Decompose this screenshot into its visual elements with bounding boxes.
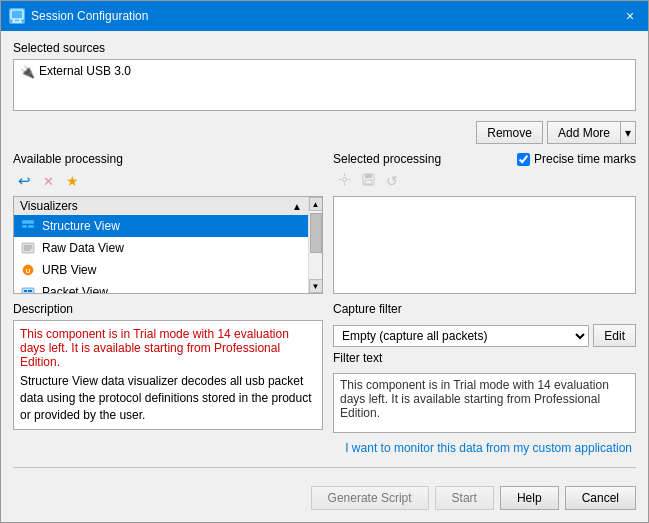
precise-time-marks-label: Precise time marks: [534, 152, 636, 166]
raw-data-view-icon: [20, 240, 36, 256]
cancel-button[interactable]: Cancel: [565, 486, 636, 510]
visualizers-list: Visualizers ▲ Structure V: [14, 197, 308, 293]
svg-rect-4: [22, 220, 34, 224]
footer-link-area: I want to monitor this data from my cust…: [13, 441, 636, 455]
svg-rect-14: [24, 290, 27, 292]
dialog-icon: [9, 8, 25, 24]
save-button[interactable]: [357, 170, 379, 192]
custom-app-link[interactable]: I want to monitor this data from my cust…: [345, 441, 632, 455]
close-button[interactable]: ×: [620, 6, 640, 26]
visualizers-list-container: Visualizers ▲ Structure V: [13, 196, 323, 294]
available-processing-panel: Available processing ↩ ✕ ★ Visual: [13, 152, 323, 294]
svg-text:U: U: [26, 268, 30, 274]
list-item[interactable]: Packet View: [14, 281, 308, 293]
selected-processing-list: [333, 196, 636, 294]
selected-processing-toolbar: ↺: [333, 170, 636, 192]
description-label: Description: [13, 302, 323, 316]
start-button[interactable]: Start: [435, 486, 494, 510]
filter-text-box: This component is in Trial mode with 14 …: [333, 373, 636, 433]
svg-rect-27: [365, 180, 372, 184]
refresh-button[interactable]: ↺: [381, 170, 403, 192]
sources-actions: Remove Add More ▾: [13, 121, 636, 144]
title-bar: Session Configuration ×: [1, 1, 648, 31]
selected-sources-section: Selected sources 🔌 External USB 3.0: [13, 41, 636, 111]
generate-script-button[interactable]: Generate Script: [311, 486, 429, 510]
capture-filter-row: Empty (capture all packets)Custom filter…: [333, 324, 636, 347]
chevron-down-icon: ▾: [625, 126, 631, 140]
svg-rect-15: [28, 290, 32, 292]
capture-filter-section: Capture filter Empty (capture all packet…: [333, 302, 636, 433]
filter-text-label: Filter text: [333, 351, 636, 365]
sources-box: 🔌 External USB 3.0: [13, 59, 636, 111]
available-processing-label: Available processing: [13, 152, 323, 166]
save-icon: [362, 173, 375, 189]
svg-rect-6: [28, 225, 34, 228]
svg-rect-26: [365, 174, 372, 178]
available-processing-toolbar: ↩ ✕ ★: [13, 170, 323, 192]
packet-view-icon: [20, 284, 36, 293]
help-button[interactable]: Help: [500, 486, 559, 510]
scroll-thumb[interactable]: [310, 213, 322, 253]
edit-button[interactable]: Edit: [593, 324, 636, 347]
description-section: Description This component is in Trial m…: [13, 302, 323, 433]
selected-sources-label: Selected sources: [13, 41, 636, 55]
selected-processing-panel: Selected processing Precise time marks: [333, 152, 636, 294]
refresh-icon: ↺: [386, 173, 398, 189]
dialog-title: Session Configuration: [31, 9, 148, 23]
urb-view-icon: U: [20, 262, 36, 278]
description-box: This component is in Trial mode with 14 …: [13, 320, 323, 430]
trial-mode-text: This component is in Trial mode with 14 …: [20, 327, 316, 369]
title-bar-left: Session Configuration: [9, 8, 148, 24]
source-item-name: External USB 3.0: [39, 64, 131, 78]
session-configuration-dialog: Session Configuration × Selected sources…: [0, 0, 649, 523]
list-item[interactable]: U URB View: [14, 259, 308, 281]
star-icon: ★: [66, 173, 79, 189]
list-scrollbar: ▲ ▼: [308, 197, 322, 293]
bottom-sections: Description This component is in Trial m…: [13, 302, 636, 433]
list-item-label: URB View: [42, 263, 96, 277]
settings-button[interactable]: [333, 170, 355, 192]
footer-separator: [13, 467, 636, 468]
add-more-button[interactable]: Add More: [547, 121, 620, 144]
undo-icon: ↩: [18, 172, 31, 190]
selected-processing-label: Selected processing: [333, 152, 441, 166]
structure-view-icon: [20, 218, 36, 234]
footer-buttons: Generate Script Start Help Cancel: [13, 480, 636, 512]
dialog-body: Selected sources 🔌 External USB 3.0 Remo…: [1, 31, 648, 522]
star-button[interactable]: ★: [61, 170, 83, 192]
delete-button[interactable]: ✕: [37, 170, 59, 192]
usb-icon: 🔌: [20, 65, 35, 79]
settings-icon: [338, 173, 351, 189]
add-more-split-button: Add More ▾: [547, 121, 636, 144]
undo-button[interactable]: ↩: [13, 170, 35, 192]
precise-time-marks-area: Precise time marks: [517, 152, 636, 166]
list-item[interactable]: Structure View: [14, 215, 308, 237]
remove-button[interactable]: Remove: [476, 121, 543, 144]
middle-section: Available processing ↩ ✕ ★ Visual: [13, 152, 636, 294]
add-more-dropdown-arrow[interactable]: ▾: [620, 121, 636, 144]
group-collapse-icon[interactable]: ▲: [292, 201, 302, 212]
svg-rect-5: [22, 225, 27, 228]
precise-time-marks-checkbox[interactable]: [517, 153, 530, 166]
list-item[interactable]: Raw Data View: [14, 237, 308, 259]
list-item-label: Structure View: [42, 219, 120, 233]
delete-icon: ✕: [43, 174, 54, 189]
capture-filter-select[interactable]: Empty (capture all packets)Custom filter: [333, 325, 589, 347]
description-body: Structure View data visualizer decodes a…: [20, 373, 316, 423]
list-item-label: Raw Data View: [42, 241, 124, 255]
scroll-down-button[interactable]: ▼: [309, 279, 323, 293]
capture-filter-label: Capture filter: [333, 302, 636, 316]
visualizers-group-label: Visualizers: [20, 199, 78, 213]
svg-point-24: [342, 178, 346, 182]
list-item-label: Packet View: [42, 285, 108, 293]
visualizers-group-header: Visualizers ▲: [14, 197, 308, 215]
scroll-up-button[interactable]: ▲: [309, 197, 323, 211]
svg-rect-0: [11, 10, 23, 19]
